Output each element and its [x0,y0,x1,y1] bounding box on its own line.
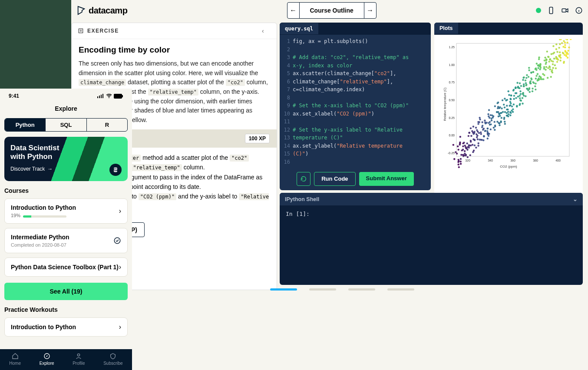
svg-point-146 [499,124,500,126]
svg-point-189 [506,99,508,101]
shell-prompt: In [1]: [286,211,310,217]
mobile-status-bar: 9:41 [0,89,132,101]
svg-point-111 [490,129,492,130]
run-code-button[interactable]: Run Code [314,172,355,186]
svg-point-157 [504,121,505,122]
reset-button[interactable] [297,172,311,186]
svg-point-239 [522,97,523,99]
status-online-icon [536,8,541,13]
svg-point-332 [548,61,550,63]
svg-point-384 [568,46,570,48]
svg-point-309 [545,69,546,70]
mobile-icon[interactable] [547,7,555,14]
svg-point-315 [543,74,545,76]
svg-text:0.25: 0.25 [449,116,455,119]
svg-point-77 [480,133,482,135]
segment-r[interactable]: R [86,119,127,131]
svg-point-33 [460,154,462,155]
svg-point-258 [525,84,527,86]
svg-point-200 [515,92,516,94]
pill[interactable] [309,288,336,291]
svg-point-119 [484,130,486,132]
svg-text:400: 400 [555,159,561,162]
promo-cta[interactable]: Discover Track → [10,166,53,172]
nav-subscribe[interactable]: Subscribe [103,353,122,366]
svg-point-261 [528,76,529,78]
practice-card[interactable]: Introduction to Python› [4,317,128,337]
svg-point-236 [519,97,521,99]
svg-point-252 [532,90,533,92]
segment-sql[interactable]: SQL [45,119,86,131]
svg-point-203 [513,95,515,96]
svg-point-247 [523,76,525,78]
course-card[interactable]: Introduction to Python19%› [4,198,128,224]
svg-point-110 [488,135,489,137]
editor-buttons: Run Code Submit Answer [280,168,431,190]
course-card[interactable]: Python Data Science Toolbox (Part 1)› [4,258,128,277]
code-lines[interactable]: fig, ax = plt.subplots() # Add data: "co… [293,37,431,168]
nav-home[interactable]: Home [9,353,21,366]
code-area[interactable]: 12345678910111213141516 fig, ax = plt.su… [280,35,431,168]
course-outline-button[interactable]: Course Outline [300,7,364,14]
pill[interactable] [387,288,414,291]
pill[interactable] [348,288,375,291]
shell-chevron-icon[interactable]: ⌄ [573,196,578,202]
logo-text: datacamp [89,6,127,16]
svg-point-289 [536,63,538,64]
svg-point-305 [539,63,541,65]
svg-point-297 [538,58,540,60]
svg-point-347 [559,59,561,61]
svg-point-382 [565,55,567,57]
svg-point-338 [552,63,554,65]
svg-point-149 [499,106,501,108]
xlabel: CO2 (ppm) [500,165,517,168]
svg-point-93 [482,129,484,131]
svg-point-206 [510,94,512,96]
shell-body[interactable]: In [1]: [280,205,583,222]
svg-point-308 [547,77,548,79]
svg-point-230 [519,95,521,96]
svg-point-181 [509,114,511,116]
line-gutter: 12345678910111213141516 [280,37,293,168]
plots-tab[interactable]: Plots [434,23,458,34]
nav-profile[interactable]: Profile [73,353,85,366]
svg-point-29 [462,145,464,147]
info-icon[interactable] [575,7,583,14]
pill[interactable] [270,288,297,291]
video-icon[interactable] [561,7,569,14]
svg-point-224 [522,79,524,81]
svg-point-325 [546,50,548,52]
segment-python[interactable]: Python [5,119,45,131]
course-card[interactable]: Intermediate PythonCompleted on 2020-08-… [4,228,128,253]
svg-point-319 [549,68,551,70]
svg-point-241 [522,93,524,95]
svg-point-184 [506,112,508,114]
battery-icon [114,94,123,99]
nav-explore[interactable]: Explore [40,353,54,366]
shell-panel: IPython Shell ⌄ In [1]: [280,193,583,285]
collapse-button[interactable]: ‹ [262,27,271,34]
svg-point-267 [528,67,530,69]
promo-card[interactable]: Data Scientistwith Python Discover Track… [4,137,128,181]
svg-text:0.75: 0.75 [449,81,455,84]
see-all-button[interactable]: See All (19) [4,283,128,300]
svg-point-120 [487,113,489,115]
svg-point-21 [459,142,461,143]
prev-arrow-button[interactable]: ← [287,3,300,18]
next-arrow-button[interactable]: → [364,3,376,18]
plots-panel: Plots CO2 (ppm) Relative temperature (C)… [434,23,583,195]
svg-point-293 [542,78,544,80]
svg-point-16 [457,145,459,147]
svg-point-57 [466,142,468,144]
svg-point-163 [506,105,508,106]
svg-point-214 [515,97,517,99]
submit-answer-button[interactable]: Submit Answer [359,172,414,186]
editor-tabbar: query.sql [280,23,431,35]
datacamp-logo[interactable]: datacamp [76,6,127,16]
svg-point-336 [553,52,555,53]
file-tab[interactable]: query.sql [280,23,318,34]
svg-point-94 [484,119,486,121]
svg-point-264 [532,88,533,89]
svg-point-145 [499,122,500,124]
svg-point-80 [474,139,476,141]
